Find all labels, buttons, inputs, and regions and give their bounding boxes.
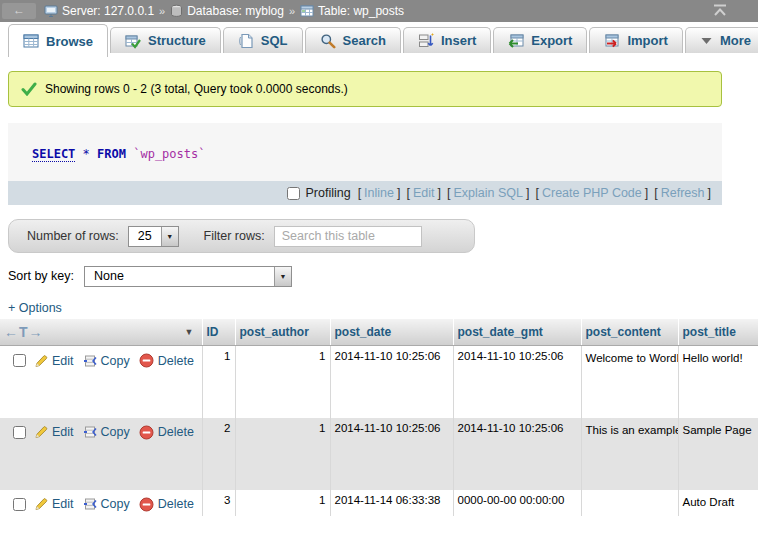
column-header-post-title[interactable]: post_title [678, 319, 758, 346]
collapse-icon[interactable] [712, 3, 728, 21]
cell-post-date-gmt: 2014-11-10 10:25:06 [453, 346, 581, 418]
refresh-link[interactable]: Refresh [661, 186, 705, 200]
header-actions-cell: ←T→ ▼ [0, 319, 202, 346]
edit-label: Edit [52, 425, 74, 439]
tab-sql[interactable]: SQL [223, 27, 303, 53]
explain-sql-link[interactable]: Explain SQL [453, 186, 522, 200]
copy-row-button[interactable]: Copy [83, 497, 130, 511]
cell-post-title: Sample Page [678, 418, 758, 490]
sql-star: * [83, 147, 90, 161]
tab-insert[interactable]: Insert [403, 27, 491, 53]
cell-post-content [581, 490, 678, 516]
profiling-label[interactable]: Profiling [305, 186, 350, 200]
sort-by-key-row: Sort by key: None ▼ [8, 264, 758, 288]
status-message-text: Showing rows 0 - 2 (3 total, Query took … [45, 82, 348, 96]
cell-post-date-gmt: 2014-11-10 10:25:06 [453, 418, 581, 490]
sql-query-box: SELECT * FROM `wp_posts` Profiling [ Inl… [8, 123, 722, 205]
edit-row-button[interactable]: Edit [34, 425, 74, 439]
bracket: [ [406, 186, 409, 200]
breadcrumb-server-label: Server: 127.0.0.1 [62, 4, 154, 18]
delete-icon [139, 497, 154, 512]
tab-structure[interactable]: Structure [110, 27, 221, 53]
inline-link[interactable]: Inline [364, 186, 394, 200]
nav-back-button[interactable]: ← [2, 3, 36, 19]
cell-id: 3 [202, 490, 235, 516]
insert-icon [418, 33, 434, 49]
tab-label: Search [343, 33, 386, 48]
tab-label: Structure [148, 33, 206, 48]
sort-by-key-select[interactable]: None ▼ [84, 266, 292, 287]
transpose-arrows-icon[interactable]: ←T→ [4, 324, 44, 340]
copy-row-button[interactable]: Copy [83, 354, 130, 368]
filter-rows-input[interactable] [274, 226, 422, 247]
copy-row-button[interactable]: Copy [83, 425, 130, 439]
results-table: ←T→ ▼ ID post_author post_date post_date… [0, 319, 758, 516]
tab-label: SQL [261, 33, 288, 48]
edit-row-button[interactable]: Edit [34, 497, 74, 511]
bracket: ] [526, 186, 529, 200]
table-row: Edit Copy Delete [0, 490, 758, 516]
column-header-post-date[interactable]: post_date [330, 319, 453, 346]
bracket: ] [438, 186, 441, 200]
create-php-code-link[interactable]: Create PHP Code [542, 186, 642, 200]
breadcrumb-separator: » [289, 5, 295, 17]
tab-label: Export [531, 33, 572, 48]
breadcrumb-server[interactable]: Server: 127.0.0.1 [44, 4, 154, 18]
status-message: Showing rows 0 - 2 (3 total, Query took … [8, 71, 722, 107]
column-header-post-author[interactable]: post_author [235, 319, 330, 346]
cell-id: 2 [202, 418, 235, 490]
cell-post-author: 1 [235, 418, 330, 490]
delete-row-button[interactable]: Delete [139, 425, 194, 440]
query-actions-bar: Profiling [ Inline ] [ Edit ] [ Explain … [8, 181, 722, 205]
edit-row-button[interactable]: Edit [34, 354, 74, 368]
column-header-post-date-gmt[interactable]: post_date_gmt [453, 319, 581, 346]
tab-search[interactable]: Search [305, 27, 401, 53]
bracket: [ [447, 186, 450, 200]
chevron-down-icon: ▼ [161, 227, 178, 246]
delete-label: Delete [158, 497, 194, 511]
row-select-checkbox[interactable] [13, 498, 26, 511]
number-of-rows-select[interactable]: 25 ▼ [128, 226, 179, 247]
row-select-checkbox[interactable] [13, 426, 26, 439]
delete-row-button[interactable]: Delete [139, 353, 194, 368]
cell-post-date: 2014-11-10 10:25:06 [330, 346, 453, 418]
tab-export[interactable]: Export [493, 27, 587, 53]
bracket: [ [654, 186, 657, 200]
bracket: [ [535, 186, 538, 200]
options-toggle-link[interactable]: + Options [8, 301, 62, 315]
sql-keyword-select[interactable]: SELECT [32, 147, 75, 162]
cell-post-date: 2014-11-14 06:33:38 [330, 490, 453, 516]
edit-query-link[interactable]: Edit [413, 186, 435, 200]
cell-post-title: Hello world! [678, 346, 758, 418]
sort-all-icon[interactable]: ▼ [185, 327, 194, 337]
column-header-post-content[interactable]: post_content [581, 319, 678, 346]
pencil-icon [34, 425, 48, 439]
tab-import[interactable]: Import [589, 27, 682, 53]
tab-label: Insert [441, 33, 476, 48]
table-row: Edit Copy Delete [0, 418, 758, 490]
tab-more[interactable]: More [685, 27, 758, 53]
row-select-checkbox[interactable] [13, 354, 26, 367]
import-icon [604, 33, 620, 49]
tab-browse[interactable]: Browse [8, 24, 108, 57]
column-header-id[interactable]: ID [202, 319, 235, 346]
tab-label: Browse [46, 34, 93, 49]
chevron-down-icon [700, 36, 713, 46]
profiling-checkbox[interactable] [287, 187, 300, 200]
edit-label: Edit [52, 354, 74, 368]
breadcrumb-database[interactable]: Database: myblog [170, 4, 284, 18]
export-icon [508, 33, 524, 49]
table-icon [300, 4, 314, 18]
chevron-down-icon: ▼ [274, 267, 291, 286]
cell-post-author: 1 [235, 346, 330, 418]
copy-row-icon [83, 497, 97, 511]
copy-label: Copy [101, 425, 130, 439]
copy-label: Copy [101, 354, 130, 368]
number-of-rows-value: 25 [129, 227, 161, 246]
table-header-row: ←T→ ▼ ID post_author post_date post_date… [0, 319, 758, 346]
breadcrumb-table[interactable]: Table: wp_posts [300, 4, 404, 18]
delete-row-button[interactable]: Delete [139, 497, 194, 512]
structure-icon [125, 33, 141, 49]
cell-post-author: 1 [235, 490, 330, 516]
row-actions-cell: Edit Copy Delete [0, 418, 202, 490]
